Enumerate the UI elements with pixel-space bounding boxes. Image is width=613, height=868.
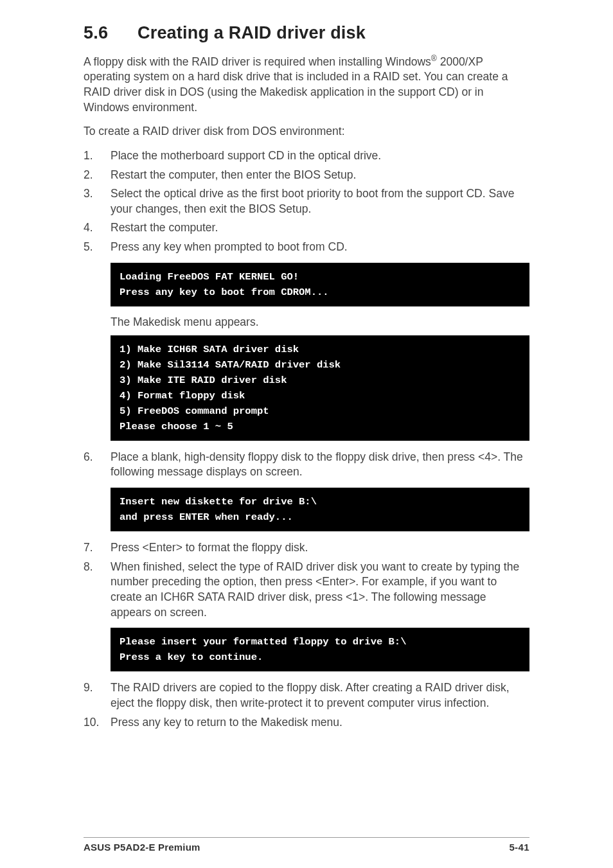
steps-list-d: 9.The RAID drivers are copied to the flo… <box>84 680 529 730</box>
list-item-number: 6. <box>84 450 111 480</box>
list-item-text: When finished, select the type of RAID d… <box>111 560 529 621</box>
list-item-number: 10. <box>84 715 111 731</box>
list-item-number: 9. <box>84 680 111 711</box>
list-item: 10.Press any key to return to the Makedi… <box>84 715 529 731</box>
code-block-1: Loading FreeDOS FAT KERNEL GO! Press any… <box>111 263 529 306</box>
list-item: 4.Restart the computer. <box>84 220 529 236</box>
list-item-number: 5. <box>84 240 111 255</box>
list-item-text: Place a blank, high-density floppy disk … <box>111 450 529 480</box>
page-footer: ASUS P5AD2-E Premium 5-41 <box>84 837 529 853</box>
list-item-text: Press <Enter> to format the floppy disk. <box>111 540 529 556</box>
list-item: 5.Press any key when prompted to boot fr… <box>84 240 529 255</box>
list-item-number: 7. <box>84 540 111 556</box>
lead-paragraph: To create a RAID driver disk from DOS en… <box>84 124 529 139</box>
list-item-text: Restart the computer, then enter the BIO… <box>111 168 529 183</box>
footer-product: ASUS P5AD2-E Premium <box>84 842 200 853</box>
steps-list-c: 7.Press <Enter> to format the floppy dis… <box>84 540 529 620</box>
list-item-text: Place the motherboard support CD in the … <box>111 148 529 164</box>
list-item-text: Press any key when prompted to boot from… <box>111 240 529 255</box>
caption-1: The Makedisk menu appears. <box>111 315 529 329</box>
steps-list-a: 1.Place the motherboard support CD in th… <box>84 148 529 255</box>
list-item-text: Press any key to return to the Makedisk … <box>111 715 529 731</box>
list-item-number: 8. <box>84 560 111 621</box>
steps-list-b: 6.Place a blank, high-density floppy dis… <box>84 450 529 480</box>
code-block-3: Insert new diskette for drive B:\ and pr… <box>111 488 529 531</box>
list-item-text: The RAID drivers are copied to the flopp… <box>111 680 529 711</box>
list-item: 1.Place the motherboard support CD in th… <box>84 148 529 164</box>
code-block-4: Please insert your formatted floppy to d… <box>111 628 529 671</box>
list-item-number: 3. <box>84 186 111 217</box>
list-item-number: 2. <box>84 168 111 183</box>
list-item-text: Select the optical drive as the first bo… <box>111 186 529 217</box>
section-number: 5.6 <box>84 23 138 43</box>
list-item-text: Restart the computer. <box>111 220 529 236</box>
list-item: 8.When finished, select the type of RAID… <box>84 560 529 621</box>
list-item: 2.Restart the computer, then enter the B… <box>84 168 529 183</box>
list-item: 9.The RAID drivers are copied to the flo… <box>84 680 529 711</box>
footer-page-number: 5-41 <box>509 842 529 853</box>
section-heading: 5.6Creating a RAID driver disk <box>84 23 529 43</box>
list-item-number: 4. <box>84 220 111 236</box>
list-item-number: 1. <box>84 148 111 164</box>
list-item: 6.Place a blank, high-density floppy dis… <box>84 450 529 480</box>
list-item: 3.Select the optical drive as the first … <box>84 186 529 217</box>
intro-paragraph: A floppy disk with the RAID driver is re… <box>84 53 529 115</box>
list-item: 7.Press <Enter> to format the floppy dis… <box>84 540 529 556</box>
code-block-2: 1) Make ICH6R SATA driver disk 2) Make S… <box>111 335 529 441</box>
section-title: Creating a RAID driver disk <box>138 23 366 42</box>
